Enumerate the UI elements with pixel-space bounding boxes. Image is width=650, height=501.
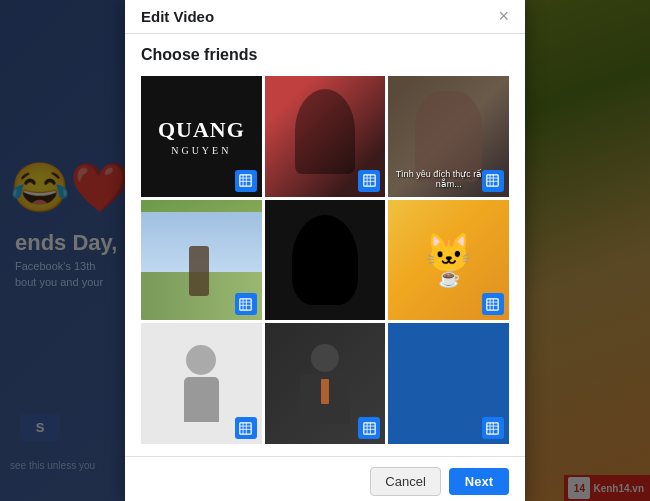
person-head bbox=[295, 89, 355, 173]
quang-sub: NGUYEN bbox=[158, 145, 245, 156]
photo-cell-7[interactable] bbox=[265, 323, 386, 444]
photo-cell-0[interactable]: quang NGUYEN bbox=[141, 76, 262, 197]
photo-cell-3[interactable] bbox=[141, 200, 262, 321]
select-icon-2 bbox=[482, 170, 504, 192]
photo-cell-6[interactable] bbox=[141, 323, 262, 444]
photo-cell-1[interactable] bbox=[265, 76, 386, 197]
photo-cell-5[interactable]: 🐱 ☕ bbox=[388, 200, 509, 321]
svg-rect-30 bbox=[364, 422, 375, 433]
suit-head bbox=[311, 344, 339, 372]
svg-rect-20 bbox=[487, 299, 498, 310]
photo-cell-4[interactable] bbox=[265, 200, 386, 321]
black-silhouette bbox=[292, 215, 358, 306]
modal-title: Edit Video bbox=[141, 8, 214, 25]
edit-video-modal: Edit Video × Choose friends quang NGUYEN bbox=[125, 0, 525, 501]
close-button[interactable]: × bbox=[498, 7, 509, 25]
cancel-button[interactable]: Cancel bbox=[370, 467, 440, 496]
svg-rect-0 bbox=[240, 175, 251, 186]
tie bbox=[321, 379, 329, 404]
modal-overlay: Edit Video × Choose friends quang NGUYEN bbox=[0, 0, 650, 501]
select-icon-6 bbox=[235, 417, 257, 439]
next-button[interactable]: Next bbox=[449, 468, 509, 495]
photo-cell-2[interactable]: Tình yêu đích thực rất khó nắm... bbox=[388, 76, 509, 197]
choose-friends-label: Choose friends bbox=[141, 46, 509, 64]
select-icon-5 bbox=[482, 293, 504, 315]
modal-body: Choose friends quang NGUYEN bbox=[125, 34, 525, 456]
svg-rect-5 bbox=[364, 175, 375, 186]
quang-name: quang bbox=[158, 117, 245, 143]
select-icon-7 bbox=[358, 417, 380, 439]
photo-grid: quang NGUYEN bbox=[141, 76, 509, 444]
child-body bbox=[184, 377, 219, 422]
svg-rect-15 bbox=[240, 299, 251, 310]
quang-text: quang NGUYEN bbox=[154, 113, 249, 160]
cell-4-content bbox=[265, 200, 386, 321]
modal-footer: Cancel Next bbox=[125, 456, 525, 501]
select-icon-3 bbox=[235, 293, 257, 315]
photo-cell-8[interactable] bbox=[388, 323, 509, 444]
svg-rect-10 bbox=[487, 175, 498, 186]
svg-rect-25 bbox=[240, 422, 251, 433]
modal-header: Edit Video × bbox=[125, 0, 525, 34]
select-icon-8 bbox=[482, 417, 504, 439]
cat-coffee: 🐱 ☕ bbox=[425, 231, 472, 289]
select-icon-0 bbox=[235, 170, 257, 192]
suit-body bbox=[300, 374, 350, 424]
child-head bbox=[186, 345, 216, 375]
child-figure bbox=[184, 345, 219, 422]
landscape-person bbox=[189, 246, 209, 296]
suit-figure bbox=[300, 344, 350, 424]
svg-rect-35 bbox=[487, 422, 498, 433]
select-icon-1 bbox=[358, 170, 380, 192]
